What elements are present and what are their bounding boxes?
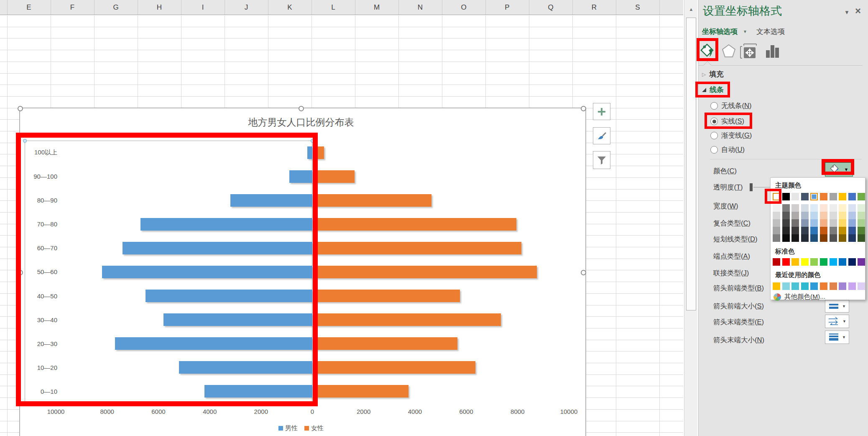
transparency-slider-thumb[interactable] (750, 183, 753, 191)
color-swatch[interactable] (810, 219, 818, 227)
legend-item-男性[interactable]: 男性 (278, 424, 298, 432)
category-label[interactable]: 40—50 (23, 284, 57, 308)
axis-tick-label[interactable]: 6000 (452, 408, 481, 415)
color-swatch[interactable] (820, 204, 827, 212)
bar-male-10—20[interactable] (179, 361, 312, 374)
color-swatch[interactable] (791, 258, 799, 266)
fill-line-tab[interactable] (699, 40, 718, 62)
color-swatch[interactable] (801, 204, 809, 212)
color-swatch[interactable] (830, 227, 837, 234)
chart-resize-handle[interactable] (18, 106, 23, 111)
bar-male-90—100[interactable] (289, 170, 312, 183)
axis-tick-label[interactable]: 8000 (92, 408, 122, 415)
color-swatch[interactable] (830, 219, 837, 227)
radio-无线条(N)[interactable]: 无线条(N) (710, 101, 751, 110)
radio-circle[interactable] (710, 146, 718, 154)
color-swatch[interactable] (810, 227, 818, 234)
color-swatch[interactable] (801, 282, 809, 290)
color-swatch[interactable] (839, 193, 846, 200)
chart-resize-handle[interactable] (581, 270, 586, 275)
color-swatch[interactable] (839, 227, 846, 234)
color-swatch[interactable] (773, 204, 780, 212)
color-swatch[interactable] (801, 258, 809, 266)
fill-section-header[interactable]: ▷ 填充 (702, 69, 723, 79)
chart-resize-handle[interactable] (299, 106, 304, 111)
axis-tick-label[interactable]: 10000 (554, 408, 584, 415)
color-swatch[interactable] (810, 193, 818, 200)
color-swatch[interactable] (782, 212, 790, 219)
color-swatch[interactable] (830, 212, 837, 219)
color-swatch[interactable] (773, 212, 780, 219)
axis-selection-handle[interactable] (311, 139, 314, 143)
bar-female-90—100[interactable] (314, 170, 355, 183)
bar-male-100以上[interactable] (307, 146, 312, 159)
sheet-vertical-scrollbar[interactable]: ▲ (684, 0, 697, 436)
color-swatch[interactable] (782, 282, 790, 290)
color-swatch[interactable] (810, 212, 818, 219)
color-swatch[interactable] (839, 282, 846, 290)
category-label[interactable]: 0—10 (23, 380, 57, 403)
bar-male-40—50[interactable] (146, 290, 312, 302)
color-swatch[interactable] (782, 193, 790, 200)
line-section-header[interactable]: 线条 (702, 85, 724, 95)
color-swatch[interactable] (791, 193, 799, 200)
chart-styles-button[interactable] (593, 127, 610, 144)
transparency-slider-track[interactable] (753, 187, 771, 187)
close-icon[interactable]: × (855, 5, 861, 17)
color-swatch[interactable] (839, 258, 846, 266)
color-swatch[interactable] (782, 227, 790, 234)
category-label[interactable]: 70—80 (23, 212, 57, 236)
column-header-E[interactable]: E (7, 0, 51, 15)
size-properties-tab[interactable] (739, 40, 758, 62)
color-swatch[interactable] (848, 193, 856, 200)
chart-resize-handle[interactable] (18, 270, 23, 275)
bar-female-60—70[interactable] (314, 242, 521, 254)
color-swatch[interactable] (858, 234, 865, 242)
color-swatch[interactable] (801, 193, 809, 200)
bar-female-30—40[interactable] (314, 313, 501, 326)
color-swatch[interactable] (830, 204, 837, 212)
color-swatch[interactable] (782, 204, 790, 212)
category-label[interactable]: 60—70 (23, 236, 57, 260)
arrow-end-type-dropdown[interactable]: ▼ (825, 315, 849, 328)
column-header-S[interactable]: S (616, 0, 659, 15)
column-header-R[interactable]: R (572, 0, 616, 15)
category-label[interactable]: 30—40 (23, 308, 57, 332)
color-swatch[interactable] (858, 227, 865, 234)
column-header-M[interactable]: M (355, 0, 398, 15)
color-swatch[interactable] (848, 227, 856, 234)
color-swatch[interactable] (773, 227, 780, 234)
color-swatch[interactable] (858, 258, 865, 266)
color-swatch[interactable] (848, 204, 856, 212)
color-swatch[interactable] (848, 258, 856, 266)
color-swatch[interactable] (858, 282, 865, 290)
radio-渐变线(G)[interactable]: 渐变线(G) (710, 131, 752, 140)
category-label[interactable]: 10—20 (23, 356, 57, 380)
scrollbar-thumb[interactable] (686, 18, 696, 310)
column-header-P[interactable]: P (485, 0, 529, 15)
bar-female-10—20[interactable] (314, 361, 475, 374)
bar-female-80—90[interactable] (314, 194, 431, 207)
color-swatch[interactable] (810, 204, 818, 212)
column-header-I[interactable]: I (181, 0, 225, 15)
color-swatch[interactable] (801, 234, 809, 242)
axis-selection-handle[interactable] (23, 402, 27, 405)
color-swatch[interactable] (848, 219, 856, 227)
line-color-button[interactable]: ▼ (825, 162, 853, 177)
color-swatch[interactable] (810, 258, 818, 266)
column-header-J[interactable]: J (225, 0, 268, 15)
category-label[interactable]: 20—30 (23, 332, 57, 356)
bar-male-30—40[interactable] (163, 313, 312, 326)
more-colors-item[interactable]: 其他颜色(M)... (774, 292, 825, 301)
axis-tick-label[interactable]: 0 (298, 408, 327, 415)
radio-circle[interactable] (710, 118, 718, 125)
radio-自动(U)[interactable]: 自动(U) (710, 145, 745, 154)
chevron-down-icon[interactable]: ▼ (844, 9, 850, 15)
worksheet[interactable]: EFGHIJKLMNOPQRS 地方男女人口比例分布表 100以上90—1008… (0, 0, 684, 436)
chart-title[interactable]: 地方男女人口比例分布表 (20, 116, 582, 129)
bar-female-20—30[interactable] (314, 337, 457, 350)
color-swatch[interactable] (858, 219, 865, 227)
color-swatch[interactable] (773, 219, 780, 227)
axis-selection-handle[interactable] (311, 402, 314, 405)
arrow-begin-size-dropdown[interactable]: ▼ (825, 300, 849, 313)
